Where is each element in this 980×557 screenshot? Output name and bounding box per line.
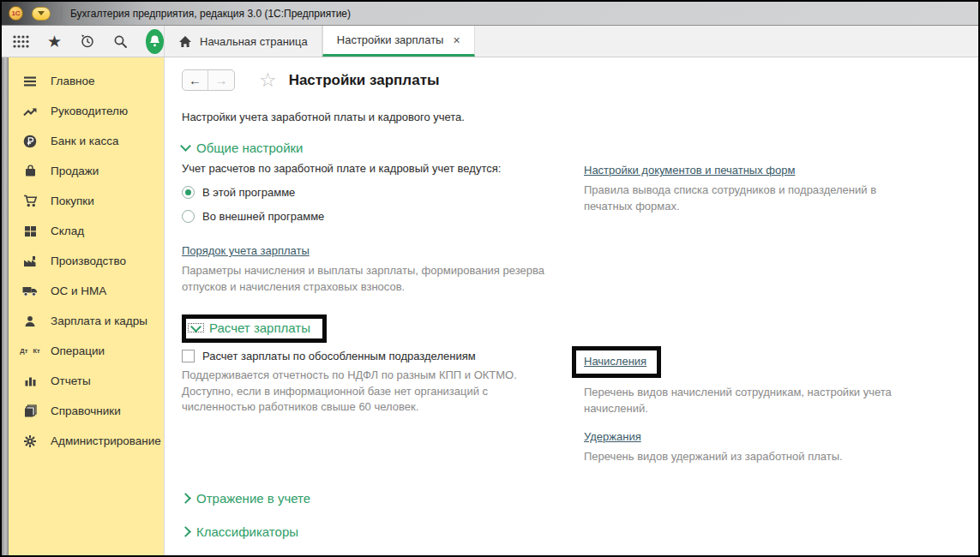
trend-icon (22, 105, 38, 117)
close-icon[interactable]: × (453, 33, 460, 47)
section-title: Классификаторы (196, 524, 298, 539)
section-classifiers[interactable]: Классификаторы (182, 524, 978, 539)
documents-print-forms-desc: Правила вывода списка сотрудников и подр… (584, 183, 927, 215)
section-salary-calc[interactable]: Расчет зарплаты (189, 320, 310, 335)
sidebar-item-administration[interactable]: Администрирование (9, 426, 164, 456)
main-menu-button[interactable] (32, 7, 51, 21)
window-title: Бухгалтерия предприятия, редакция 3.0 (1… (70, 8, 351, 20)
person-icon (22, 315, 38, 327)
deductions-link[interactable]: Удержания (584, 430, 641, 443)
nav-forward-button[interactable]: → (208, 70, 234, 90)
sidebar-item-sales[interactable]: Продажи (9, 156, 164, 186)
service-toolbar: ★ (2, 26, 165, 57)
sidebar-label: Покупки (51, 195, 94, 207)
history-nav-group: ← → (182, 69, 235, 91)
sidebar-label: Производство (51, 255, 126, 267)
tab-home[interactable]: Начальная страница (165, 26, 322, 57)
sidebar-label: Отчеты (51, 374, 91, 387)
payroll-accounting-lead: Учет расчетов по заработной плате и кадр… (182, 162, 563, 175)
page-title: Настройки зарплаты (289, 72, 440, 89)
sidebar-item-manager[interactable]: Руководителю (9, 96, 164, 126)
search-icon[interactable] (113, 34, 128, 49)
gear-icon (22, 434, 38, 448)
salary-accounting-order-link[interactable]: Порядок учета зарплаты (182, 244, 310, 257)
chart-icon (22, 375, 38, 387)
chevron-down-icon (190, 321, 201, 332)
cart-icon (22, 195, 38, 207)
sidebar-label: Зарплата и кадры (51, 314, 147, 327)
sidebar-label: Продажи (51, 165, 99, 177)
chevron-down-icon (180, 141, 191, 152)
main-content: ← → ☆ Настройки зарплаты Настройки учета… (165, 57, 978, 557)
notifications-bell-button[interactable] (146, 29, 164, 54)
history-clock-icon[interactable] (80, 33, 95, 49)
documents-print-forms-link[interactable]: Настройки документов и печатных форм (584, 164, 795, 177)
ruble-icon (22, 135, 38, 148)
topbar: ★ Начальная страница Настр (2, 26, 978, 57)
separate-divisions-checkbox[interactable]: Расчет зарплаты по обособленным подразде… (182, 350, 563, 362)
add-favorite-star-icon[interactable]: ☆ (259, 70, 277, 90)
sidebar-label: Банк и касса (51, 135, 119, 147)
section-title: Отражение в учете (196, 491, 310, 506)
sidebar-item-purchases[interactable]: Покупки (9, 186, 164, 216)
sidebar-label: Главное (51, 75, 95, 87)
section-reflection-accounting[interactable]: Отражение в учете (182, 491, 978, 506)
sidebar-item-warehouse[interactable]: Склад (9, 216, 164, 246)
annotation-rect-accruals: Начисления (572, 346, 661, 378)
sidebar-item-operations[interactable]: ДтКт Операции (9, 336, 164, 366)
sidebar-item-reports[interactable]: Отчеты (9, 366, 164, 396)
sidebar-item-production[interactable]: Производство (9, 246, 164, 276)
focus-outline (189, 324, 203, 332)
books-icon (22, 404, 38, 417)
sidebar-item-main[interactable]: Главное (9, 66, 164, 96)
page-subtitle: Настройки учета заработной платы и кадро… (182, 111, 978, 123)
tab-home-label: Начальная страница (200, 35, 308, 48)
tab-active-label: Настройки зарплаты (337, 33, 444, 46)
bell-icon (148, 34, 161, 48)
all-functions-grid-icon[interactable] (13, 35, 29, 48)
section-title: Расчет зарплаты (209, 320, 310, 335)
sidebar-label: Администрирование (51, 434, 161, 447)
sidebar-label: ОС и НМА (51, 284, 106, 297)
boxes-icon (22, 225, 38, 237)
sidebar-label: Руководителю (51, 105, 128, 117)
radio-this-program[interactable]: В этой программе (182, 186, 563, 199)
accruals-desc: Перечень видов начислений сотрудникам, н… (584, 385, 927, 417)
radio-external-program[interactable]: Во внешней программе (182, 210, 563, 223)
nav-back-button[interactable]: ← (183, 70, 208, 90)
chevron-right-icon (180, 493, 191, 504)
separate-divisions-desc: Поддерживается отчетность по НДФЛ по раз… (182, 368, 550, 416)
chevron-right-icon (180, 526, 191, 537)
annotation-rect-calc-section: Расчет зарплаты (182, 314, 327, 343)
left-splitter[interactable] (2, 57, 9, 557)
sidebar-item-bank-cash[interactable]: Банк и касса (9, 126, 164, 156)
truck-icon (22, 285, 38, 296)
accruals-link[interactable]: Начисления (584, 355, 646, 368)
section-title: Общие настройки (196, 141, 304, 155)
sidebar-label: Склад (51, 225, 84, 237)
sidebar-item-directories[interactable]: Справочники (9, 396, 164, 426)
chevron-down-icon (38, 11, 45, 15)
sections-sidebar: Главное Руководителю Банк и касса Продаж… (9, 57, 165, 557)
deductions-desc: Перечень видов удержаний из заработной п… (584, 449, 927, 465)
radio-button-icon (182, 186, 195, 199)
sidebar-label: Операции (51, 344, 105, 357)
app-logo-icon: 1С (9, 6, 23, 21)
dtkt-icon: ДтКт (22, 348, 38, 355)
bag-icon (22, 165, 38, 177)
favorites-star-icon[interactable]: ★ (47, 33, 62, 50)
sidebar-label: Справочники (51, 404, 121, 417)
titlebar-divider (61, 6, 62, 21)
tab-salary-settings[interactable]: Настройки зарплаты × (322, 26, 475, 57)
checkbox-icon (182, 350, 195, 362)
window-titlebar: 1С Бухгалтерия предприятия, редакция 3.0… (2, 2, 978, 26)
section-general-settings[interactable]: Общие настройки (182, 141, 978, 155)
radio-button-icon (182, 210, 195, 223)
sidebar-item-salary-hr[interactable]: Зарплата и кадры (9, 306, 164, 336)
home-icon (178, 35, 192, 48)
menu-icon (22, 75, 38, 87)
salary-accounting-order-desc: Параметры начисления и выплаты зарплаты,… (182, 263, 550, 296)
factory-icon (22, 255, 38, 267)
sidebar-item-fixed-assets[interactable]: ОС и НМА (9, 276, 164, 306)
